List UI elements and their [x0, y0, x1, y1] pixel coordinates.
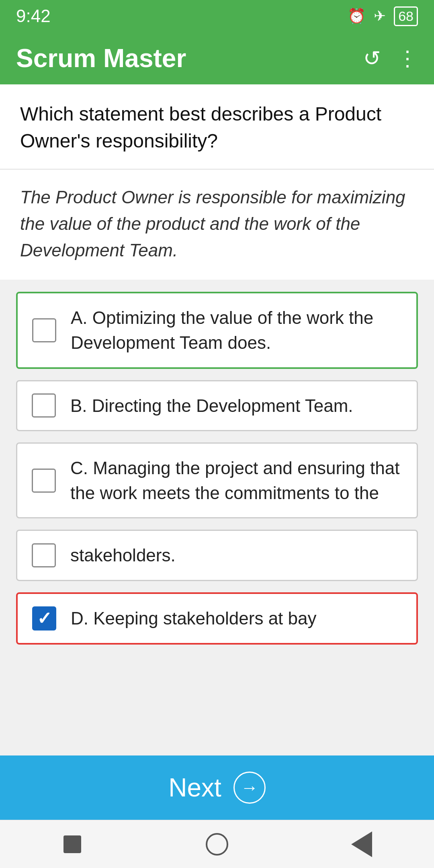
app-bar: Scrum Master ↺ ⋮: [0, 32, 434, 84]
checkbox-a[interactable]: [32, 318, 56, 342]
next-circle: →: [233, 772, 266, 804]
next-button[interactable]: Next →: [0, 755, 434, 820]
option-c[interactable]: C. Managing the project and ensuring tha…: [16, 442, 418, 518]
recent-apps-button[interactable]: [59, 831, 85, 857]
nav-bar: [0, 820, 434, 868]
status-time: 9:42: [16, 6, 51, 26]
more-button[interactable]: ⋮: [397, 46, 418, 70]
options-area: A. Optimizing the value of the work the …: [0, 280, 434, 755]
option-d-label: D. Keeping stakeholders at bay: [71, 606, 402, 631]
next-label: Next: [168, 773, 221, 802]
option-a-label: A. Optimizing the value of the work the …: [71, 305, 402, 355]
option-c-continuation[interactable]: stakeholders.: [16, 530, 418, 581]
airplane-icon: ✈: [374, 8, 386, 25]
option-b[interactable]: B. Directing the Development Team.: [16, 380, 418, 432]
recent-apps-icon: [63, 835, 81, 853]
question-text: Which statement best describes a Product…: [20, 100, 414, 154]
battery-icon: 68: [394, 6, 418, 26]
checkbox-d[interactable]: [32, 606, 56, 631]
back-button[interactable]: [349, 831, 375, 857]
option-a[interactable]: A. Optimizing the value of the work the …: [16, 292, 418, 368]
alarm-icon: ⏰: [348, 8, 366, 25]
app-bar-actions: ↺ ⋮: [363, 46, 418, 70]
refresh-button[interactable]: ↺: [363, 46, 381, 70]
option-b-label: B. Directing the Development Team.: [70, 393, 402, 418]
option-c2-label: stakeholders.: [70, 543, 402, 568]
checkbox-c[interactable]: [32, 469, 56, 493]
explanation-text: The Product Owner is responsible for max…: [20, 184, 414, 264]
question-section: Which statement best describes a Product…: [0, 84, 434, 169]
checkbox-b[interactable]: [32, 393, 56, 418]
explanation-section: The Product Owner is responsible for max…: [0, 170, 434, 280]
status-icons: ⏰ ✈ 68: [348, 6, 418, 26]
back-icon: [351, 831, 372, 857]
home-button[interactable]: [204, 831, 230, 857]
home-icon: [206, 833, 228, 856]
app-title: Scrum Master: [16, 43, 186, 73]
status-bar: 9:42 ⏰ ✈ 68: [0, 0, 434, 32]
next-arrow-icon: →: [241, 778, 258, 798]
checkbox-c2[interactable]: [32, 543, 56, 567]
option-d[interactable]: D. Keeping stakeholders at bay: [16, 592, 418, 645]
option-c-label: C. Managing the project and ensuring tha…: [70, 456, 402, 505]
